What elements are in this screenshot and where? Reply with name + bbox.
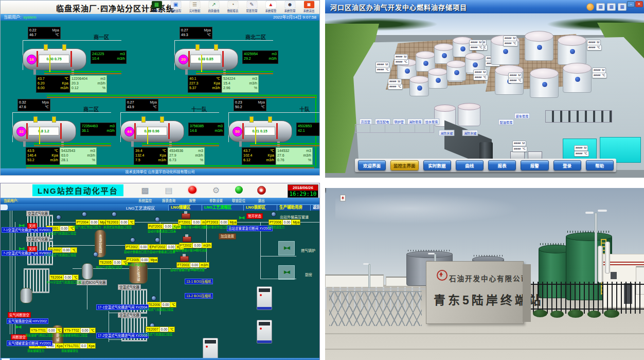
window-layout-icon[interactable]: ▦ [596, 3, 605, 11]
toolbar-button[interactable]: ↗趋势曲线 [204, 1, 223, 14]
report-icon[interactable]: ▤ [162, 185, 175, 196]
data-row: 43.9℃ [127, 105, 157, 109]
app-title: LNG站控自动化平台 [32, 184, 123, 196]
toolbar-icon: ▣ [171, 1, 181, 8]
workstation-icon[interactable]: ▩ [138, 185, 152, 196]
tank-roof [409, 76, 429, 83]
value: 12206404 [71, 76, 87, 81]
control-cabinet [203, 338, 218, 360]
description-caption: BOG空温式气化器出口温度 [47, 280, 81, 284]
instrument-icon [214, 44, 218, 50]
data-row: 28.1% [61, 158, 95, 162]
value: 5432543 [61, 148, 75, 153]
value: 0.76 [277, 158, 284, 162]
nav-button[interactable]: 帮助 [586, 160, 614, 170]
menu-icon[interactable]: ◉ [255, 185, 268, 196]
menu-label[interactable]: 退出 [250, 198, 273, 204]
readout-value: #### [377, 62, 384, 67]
nav-button[interactable]: 登录 [553, 160, 581, 170]
data-row: 43.5℃ [27, 148, 58, 153]
control-cabinet [257, 286, 272, 310]
toolbar-button[interactable]: ▣系统远程 [166, 1, 185, 14]
readout-value: #### [505, 36, 511, 41]
instrument-tag: TE20050.00℃ [99, 260, 128, 265]
valve-label: 氮气储罐紧急切断阀 XV2001 [7, 340, 52, 346]
vessel-stripe [242, 123, 244, 139]
data-row: 0.23Mpa [235, 100, 265, 105]
toolbar-icon: ☻ [285, 1, 295, 8]
value: 43.9 [127, 105, 134, 109]
unit: % [200, 158, 203, 162]
toolbar-button[interactable]: ▲系统报警 [261, 1, 280, 14]
value: 7.5 [135, 158, 140, 162]
unit: Kpa [52, 153, 58, 158]
loading-pump-house [545, 110, 612, 123]
menu-icon[interactable] [186, 185, 199, 196]
data-row: 43.7℃ [38, 76, 68, 81]
minimize-button[interactable]: – [627, 1, 635, 7]
window-layout-icon[interactable]: ▦ [607, 3, 616, 11]
clock-icon[interactable] [586, 3, 594, 11]
vessel-stripe [168, 123, 170, 139]
toolbar-button[interactable]: ◙系统退出 [299, 1, 318, 14]
nav-button[interactable]: 报表 [488, 160, 516, 170]
toolbar-button[interactable]: ☰实时数据 [185, 1, 204, 14]
tag-unit: ℃ [58, 328, 61, 333]
tag-id: TE2007 [147, 327, 158, 332]
toolbar-label: 水外输 [148, 8, 165, 12]
transmitter-icon [56, 215, 61, 220]
unit: m3 [252, 76, 257, 81]
readout-value: #### [576, 146, 582, 150]
window-layout-icon[interactable]: ▦ [618, 3, 627, 11]
tank-temp-readout: ####℃ [388, 84, 403, 90]
menu-icon[interactable] [232, 185, 245, 196]
menu-label[interactable]: 联锁复位 [227, 198, 250, 204]
tab-handle-icon[interactable] [1, 204, 8, 210]
menu-label[interactable]: 系统监控 [134, 198, 156, 204]
shrub [568, 310, 583, 318]
flow-total-panel: 3758385m314.6m3/h [188, 123, 224, 136]
value: 227.3 [189, 81, 199, 85]
description-caption: 水浴式复热器出口温度 [103, 225, 132, 229]
nav-button[interactable]: 报警 [521, 160, 548, 170]
toolbar-button[interactable]: ▦水外输 [147, 1, 166, 14]
gear-icon[interactable]: ⚙ [209, 185, 223, 196]
tank-roof [434, 43, 454, 51]
toolbar-button[interactable]: ◔数据报表 [223, 1, 242, 14]
nav-button[interactable]: 实时数据 [423, 160, 451, 170]
tag-value: 0.00 [47, 328, 57, 333]
pipe [34, 145, 111, 146]
separator-vessel: 320.8 1.2 [12, 121, 76, 142]
menu-label[interactable]: 报警 [181, 198, 204, 204]
valve-label: 氮气管路放空阀 HXV2002 [7, 318, 48, 324]
menu-label[interactable]: 报表查询 [157, 198, 180, 204]
destination-label: 燃气锅炉 [301, 248, 315, 253]
toolbar-button[interactable]: ☻系统管理 [280, 1, 299, 14]
readout-unit: M [404, 55, 406, 59]
toolbar-label: 系统报警 [262, 8, 279, 12]
site-label: 消防水罐 [462, 130, 478, 135]
tank-roof [446, 60, 466, 68]
site-label: 给水泵房 [424, 118, 439, 124]
process-readout: ####M [512, 141, 526, 146]
nav-button[interactable]: 曲线 [456, 160, 484, 170]
value: 43.7 [243, 148, 251, 153]
vessel-stripe [222, 51, 224, 67]
cabinet-lamp-icon [260, 328, 262, 330]
screenshot-collage: 临盘采油厂·四净站分区计量系统 ▦水外输▣系统远程☰实时数据↗趋势曲线◔数据报表… [0, 0, 644, 360]
toolbar-label: 趋势曲线 [205, 8, 222, 12]
toolbar-button[interactable]: ✎配置管理 [242, 1, 261, 14]
readout-value: #### [510, 78, 516, 83]
unit: Mpa [258, 100, 265, 105]
close-button[interactable]: ✕ [635, 1, 643, 7]
tank-badge [472, 62, 478, 68]
menu-label[interactable]: 参数设置 [205, 198, 227, 204]
tank-badge [423, 60, 429, 66]
toolbar-label: 实时数据 [186, 8, 203, 12]
tank-roof [558, 35, 586, 46]
nav-button[interactable]: 监控主界面 [390, 160, 418, 170]
tag-id: TE2006 [148, 302, 160, 307]
tag-unit: Mpa [293, 220, 299, 225]
nav-button[interactable]: 欢迎界面 [358, 160, 386, 170]
equipment-label: 空温式气化器 [118, 312, 141, 318]
